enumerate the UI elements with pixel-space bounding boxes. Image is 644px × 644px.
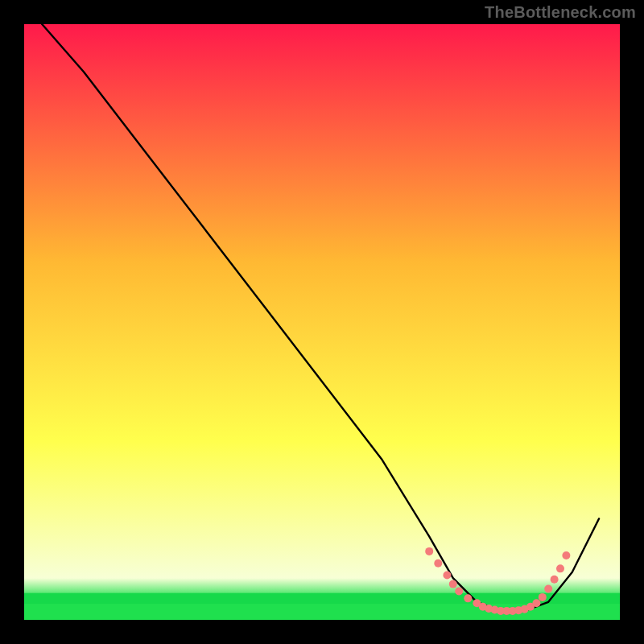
marker-dot <box>443 572 451 580</box>
watermark-text: TheBottleneck.com <box>485 3 636 22</box>
marker-dot <box>434 559 442 568</box>
marker-dot <box>449 580 457 588</box>
marker-dot <box>544 585 552 593</box>
marker-dot <box>562 551 570 559</box>
marker-dot <box>556 564 564 572</box>
marker-dot <box>425 547 433 555</box>
marker-dot <box>551 576 559 584</box>
marker-dot <box>455 587 463 595</box>
plot-area <box>24 24 620 620</box>
marker-dot <box>532 599 540 607</box>
marker-dot <box>464 594 472 602</box>
chart-frame: TheBottleneck.com <box>0 0 644 644</box>
marker-dot <box>539 593 547 601</box>
svg-rect-1 <box>24 593 620 604</box>
bottleneck-chart <box>0 0 644 644</box>
